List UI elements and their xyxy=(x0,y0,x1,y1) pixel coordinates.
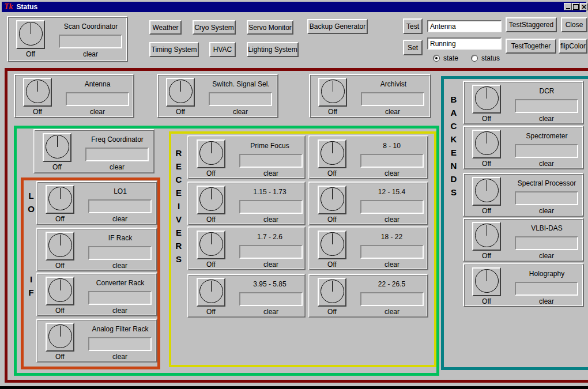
device-frame: Off Converter Rack clear xyxy=(36,273,157,316)
dial-knob-icon xyxy=(46,277,74,305)
device-state-label: Off xyxy=(16,50,45,58)
device-frame: Off Archivist clear xyxy=(309,74,431,118)
device-frame: Off 8 - 10 clear xyxy=(308,135,428,179)
device-status-label: clear xyxy=(361,108,424,116)
rcvr-8-10-widget: Off 8 - 10 clear xyxy=(308,135,428,179)
device-state-label: Off xyxy=(318,108,347,116)
device-value-box xyxy=(515,282,578,296)
maximize-icon xyxy=(573,4,579,10)
device-name-label: IF Rack xyxy=(86,234,154,242)
devices-group-box: Off Freq Coordinator clear LO IF Off LO1… xyxy=(14,126,439,376)
test-target-input[interactable]: Antenna xyxy=(427,20,502,32)
device-value-box xyxy=(85,148,149,161)
dial-knob-icon xyxy=(472,130,501,158)
device-value-box xyxy=(515,144,578,158)
device-value-box xyxy=(88,199,152,213)
device-state-label: Off xyxy=(46,215,74,223)
device-frame: Off LO1 clear xyxy=(36,181,157,225)
device-state-label: Off xyxy=(166,108,195,116)
backup-generator-button[interactable]: Backup Generator xyxy=(307,19,368,34)
minimize-button[interactable] xyxy=(564,3,572,10)
device-name-label: 18 - 22 xyxy=(358,233,425,241)
minimize-icon xyxy=(566,8,570,9)
analog-filter-rack-widget: Off Analog Filter Rack clear xyxy=(36,319,157,362)
dial-knob-icon xyxy=(46,323,74,352)
device-state-label: Off xyxy=(472,252,501,260)
device-name-label: Scan Coordinator xyxy=(56,22,125,31)
hvac-button[interactable]: HVAC xyxy=(209,42,236,57)
test-together-button[interactable]: TestTogether xyxy=(506,39,556,54)
flip-color-button[interactable]: flipColor xyxy=(559,39,587,54)
device-frame: Off IF Rack clear xyxy=(36,228,157,271)
device-name-label: 1.7 - 2.6 xyxy=(237,233,303,241)
timing-system-button[interactable]: Timing System xyxy=(149,42,199,57)
dial-knob-icon xyxy=(318,139,346,168)
device-frame: Off Switch. Signal Sel. clear xyxy=(157,74,278,118)
dial-knob-icon xyxy=(318,78,347,107)
test-button[interactable]: Test xyxy=(403,18,423,34)
device-status-label: clear xyxy=(239,260,303,269)
device-name-label: 3.95 - 5.85 xyxy=(237,280,303,288)
titlebar[interactable]: Tk Status xyxy=(2,2,586,12)
device-name-label: Holography xyxy=(512,270,581,278)
device-state-label: Off xyxy=(43,163,71,171)
device-frame: Off VLBI-DAS clear xyxy=(463,218,584,262)
device-value-box xyxy=(360,200,424,214)
rcvr-1-15-1-73-widget: Off 1.15 - 1.73 clear xyxy=(187,182,306,225)
device-value-box xyxy=(88,246,152,260)
device-state-label: Off xyxy=(46,353,74,361)
servo-monitor-button[interactable]: Servo Monitor xyxy=(247,20,293,35)
window-title: Status xyxy=(17,3,38,11)
test-staggered-button[interactable]: TestStaggered xyxy=(506,17,557,32)
close-window-button[interactable]: ✕ xyxy=(580,3,588,10)
cryo-system-button[interactable]: Cryo System xyxy=(193,20,236,35)
receivers-group-box: RECEIVERS Off Prime Focus clear Off 1.15… xyxy=(169,131,436,367)
device-state-label: Off xyxy=(46,307,74,315)
close-button[interactable]: Close xyxy=(561,17,587,32)
device-frame: Off 18 - 22 clear xyxy=(308,226,428,270)
device-value-box xyxy=(360,245,424,259)
dial-knob-icon xyxy=(197,231,225,259)
device-frame: Off Analog Filter Rack clear xyxy=(36,319,157,362)
device-status-label: clear xyxy=(515,160,578,168)
device-frame: Off Prime Focus clear xyxy=(187,135,306,179)
lo-group-label: LO xyxy=(25,189,37,216)
device-name-label: Converter Rack xyxy=(86,279,154,287)
maximize-button[interactable] xyxy=(572,3,580,10)
device-state-label: Off xyxy=(318,169,346,177)
radio-status[interactable] xyxy=(471,55,478,62)
receivers-group-label: RECEIVERS xyxy=(172,146,185,266)
device-value-box xyxy=(209,92,272,106)
device-frame: Off Antenna clear xyxy=(14,74,134,118)
dial-knob-icon xyxy=(23,78,52,107)
device-state-label: Off xyxy=(318,216,346,224)
dial-knob-icon xyxy=(472,222,501,251)
dial-knob-icon xyxy=(197,186,225,214)
lo-if-group-box: LO IF Off LO1 clear Off IF Rack clear Of… xyxy=(21,177,160,369)
prime-focus-widget: Off Prime Focus clear xyxy=(187,135,306,179)
converter-rack-widget: Off Converter Rack clear xyxy=(36,273,157,316)
rcvr-18-22-widget: Off 18 - 22 clear xyxy=(308,226,428,270)
dial-knob-icon xyxy=(16,20,45,49)
device-status-label: clear xyxy=(239,216,303,224)
device-status-label: clear xyxy=(515,297,578,305)
set-button[interactable]: Set xyxy=(403,40,423,55)
dcr-widget: Off DCR clear xyxy=(463,81,584,124)
close-icon: ✕ xyxy=(581,4,586,10)
device-status-label: clear xyxy=(88,307,152,315)
device-frame: Off 1.15 - 1.73 clear xyxy=(187,182,306,225)
device-status-label: clear xyxy=(239,308,303,316)
device-value-box xyxy=(360,292,424,306)
device-frame: Off Spectral Processor clear xyxy=(463,173,584,217)
archivist-widget: Off Archivist clear xyxy=(309,74,431,118)
lighting-system-button[interactable]: Lighting System xyxy=(247,42,299,57)
device-name-label: Switch. Signal Sel. xyxy=(206,80,276,88)
radio-state[interactable] xyxy=(433,55,440,62)
device-status-label: clear xyxy=(88,262,152,270)
weather-button[interactable]: Weather xyxy=(149,20,182,35)
spectrometer-widget: Off Spectrometer clear xyxy=(463,126,584,169)
backends-group-box: BACKENDS Off DCR clear Off Spectrometer … xyxy=(441,76,588,370)
set-value-input[interactable]: Running xyxy=(427,37,502,50)
rcvr-12-15-4-widget: Off 12 - 15.4 clear xyxy=(308,182,428,225)
device-name-label: 12 - 15.4 xyxy=(358,188,425,196)
